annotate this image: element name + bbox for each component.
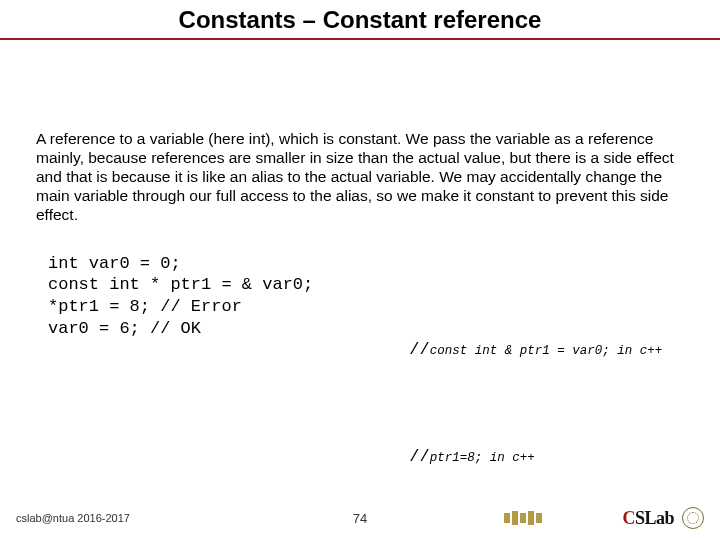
code-block-left: int var0 = 0; const int * ptr1 = & var0;… [48, 253, 313, 533]
code-right-line: //const int & ptr1 = var0; in c++ [337, 317, 662, 383]
code-columns: int var0 = 0; const int * ptr1 = & var0;… [36, 253, 684, 533]
page-number: 74 [353, 511, 367, 526]
cslab-logo: CSLab [622, 508, 674, 529]
cslab-label-tail: SLab [635, 508, 674, 528]
university-seal-icon [682, 507, 704, 529]
footer-left-text: cslab@ntua 2016-2017 [16, 512, 130, 524]
footer-right-logos: CSLab [504, 507, 704, 529]
footer: cslab@ntua 2016-2017 74 CSLab [0, 504, 720, 532]
title-bar: Constants – Constant reference [0, 0, 720, 40]
comment-text: const int & ptr1 = var0; in c++ [430, 344, 663, 358]
comment-prefix: // [409, 447, 429, 466]
content-body: A reference to a variable (here int), wh… [0, 40, 720, 532]
comment-text: ptr1=8; in c++ [430, 451, 535, 465]
code-block-right: //const int & ptr1 = var0; in c++ //ptr1… [337, 253, 662, 533]
explanation-paragraph: A reference to a variable (here int), wh… [36, 130, 684, 225]
code-right-line: //ptr1=8; in c++ [337, 424, 662, 490]
ntua-badge-icon [504, 511, 614, 525]
page-title: Constants – Constant reference [0, 6, 720, 34]
comment-prefix: // [409, 340, 429, 359]
